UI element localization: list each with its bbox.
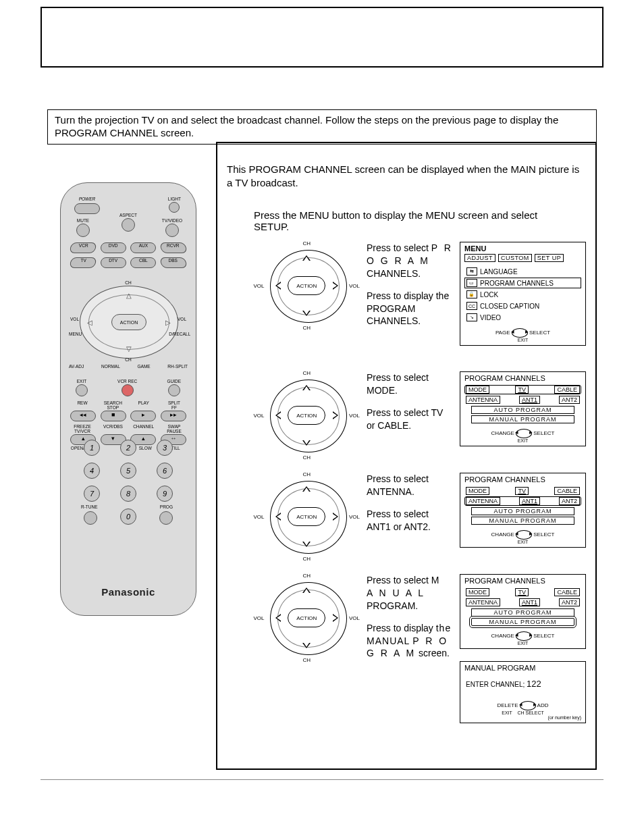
num-4[interactable]: 4: [84, 463, 100, 479]
osd-manual-program: MANUAL PROGRAM ENTER CHANNEL; 122 DELETE…: [460, 661, 586, 723]
num-1[interactable]: 1: [84, 440, 100, 456]
nav-pad-icon: [512, 328, 528, 338]
dpad-diagram: CH CH VOL VOL ACTION: [254, 371, 360, 459]
osd-menu: MENU ADJUST CUSTOM SET UP ⇆LANGUAGE ▭PRO…: [460, 242, 586, 346]
vcr-button[interactable]: VCR: [69, 242, 97, 253]
dpad-diagram: CH CH VOL VOL ACTION: [254, 574, 360, 662]
left-arrow[interactable]: ◁: [87, 319, 92, 326]
rew-button[interactable]: ◂◂: [70, 411, 96, 421]
num-2[interactable]: 2: [120, 440, 136, 456]
num-3[interactable]: 3: [157, 440, 173, 456]
rtune-button[interactable]: [84, 511, 97, 525]
step-1-b: Press to display the PROGRAM CHANNELS.: [367, 290, 453, 328]
nav-pad-icon: [516, 429, 532, 438]
remote-illustration: POWER LIGHT ASPECT MUTE TV/VIDEO VC: [54, 182, 203, 616]
step-2-b: Press to select TV or CABLE.: [367, 407, 453, 432]
num-0[interactable]: 0: [120, 509, 136, 525]
program-icon: ▭: [466, 279, 477, 287]
lock-icon: 🔒: [466, 290, 477, 298]
power-button[interactable]: [74, 203, 100, 214]
play-button[interactable]: ▸: [130, 411, 156, 421]
dpad-diagram: CH CH VOL VOL ACTION: [254, 242, 360, 330]
osd-pc-mode: PROGRAM CHANNELS MODETVCABLE ANTENNAANT1…: [460, 371, 586, 446]
light-button[interactable]: [169, 202, 180, 213]
dbs-button[interactable]: DBS: [159, 257, 187, 268]
dtv-button[interactable]: DTV: [101, 257, 126, 268]
prog-button[interactable]: [159, 511, 173, 525]
step-3-b: Press to select ANT1 or ANT2.: [367, 508, 453, 533]
nav-pad-icon: [516, 530, 532, 540]
frame-paragraph: This PROGRAM CHANNEL screen can be displ…: [227, 163, 586, 189]
rcvr-button[interactable]: RCVR: [159, 242, 187, 253]
ff-button[interactable]: ▸▸: [161, 411, 186, 421]
num-9[interactable]: 9: [157, 486, 173, 502]
osd-pc-antenna: PROGRAM CHANNELS MODETVCABLE ANTENNAANT1…: [460, 473, 586, 548]
tvvideo-button[interactable]: [165, 224, 179, 237]
number-pad: 1 2 3 4 5 6 7 8 9 R-TUNE 0: [84, 440, 173, 531]
aux-button[interactable]: AUX: [130, 242, 156, 253]
exit-button[interactable]: [76, 384, 88, 396]
intro-box: Turn the projection TV on and select the…: [47, 109, 597, 145]
mute-button[interactable]: [76, 224, 90, 237]
video-icon: ↘: [466, 313, 477, 321]
num-8[interactable]: 8: [120, 486, 136, 502]
rec-button[interactable]: [122, 384, 134, 396]
action-button[interactable]: ACTION: [111, 314, 146, 330]
num-5[interactable]: 5: [120, 463, 136, 479]
cc-icon: CC: [466, 302, 477, 310]
stop-button[interactable]: ■: [101, 411, 126, 421]
nav-pad-icon: [520, 701, 536, 710]
language-icon: ⇆: [466, 267, 477, 276]
step-1-a: Press to select P R O G R A M CHANNELS.: [367, 242, 453, 280]
main-frame: This PROGRAM CHANNEL screen can be displ…: [216, 142, 597, 770]
num-7[interactable]: 7: [84, 486, 100, 502]
setup-instruction: Press the MENU button to display the MEN…: [254, 209, 575, 232]
right-arrow[interactable]: ▷: [165, 319, 171, 326]
step-4-b: Press to display the MANUAL P R O G R A …: [367, 622, 453, 660]
nav-pad-icon: [516, 631, 532, 641]
num-6[interactable]: 6: [157, 463, 173, 479]
dvd-button[interactable]: DVD: [101, 242, 126, 253]
brand-logo: Panasonic: [61, 586, 196, 598]
step-2-a: Press to select MODE.: [367, 371, 453, 397]
aspect-button[interactable]: [122, 218, 135, 232]
footer-rule: [41, 779, 603, 780]
header-black-box: [41, 7, 603, 68]
step-3-a: Press to select ANTENNA.: [367, 473, 453, 498]
osd-pc-manual: PROGRAM CHANNELS MODETVCABLE ANTENNAANT1…: [460, 574, 586, 649]
tv-button[interactable]: TV: [69, 257, 97, 268]
step-4-a: Press to select M A N U A L PROGRAM.: [367, 574, 453, 613]
down-arrow[interactable]: ▽: [126, 345, 132, 353]
guide-button[interactable]: [168, 384, 180, 396]
dpad-diagram: CH CH VOL VOL ACTION: [254, 473, 360, 561]
up-arrow[interactable]: △: [126, 292, 132, 299]
intro-text: Turn the projection TV on and select the…: [55, 114, 558, 138]
dpad-ring[interactable]: △ ▽ ◁ ▷ ACTION: [80, 286, 178, 359]
cbl-button[interactable]: CBL: [130, 257, 156, 268]
